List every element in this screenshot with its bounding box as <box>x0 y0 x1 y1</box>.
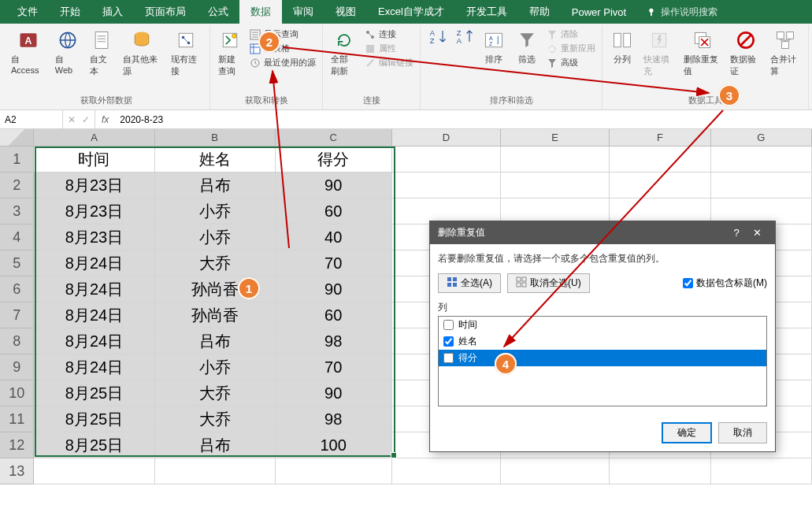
recent-sources-button[interactable]: 最近使用的源 <box>250 57 316 69</box>
cell[interactable]: 8月24日 <box>34 276 154 302</box>
has-headers-checkbox[interactable]: 数据包含标题(M) <box>683 276 767 290</box>
refresh-all-button[interactable]: 全部刷新 <box>326 27 362 79</box>
row-header[interactable]: 9 <box>0 354 34 380</box>
cell[interactable] <box>711 458 812 484</box>
formula-input[interactable]: 2020-8-23 <box>115 110 812 128</box>
row-header[interactable]: 7 <box>0 302 34 328</box>
row-header[interactable]: 5 <box>0 250 34 276</box>
fx-icon[interactable]: fx <box>95 110 115 128</box>
cell[interactable]: 8月23日 <box>34 173 154 198</box>
col-header-C[interactable]: C <box>276 129 392 146</box>
row-header[interactable]: 3 <box>0 198 34 224</box>
row-header[interactable]: 12 <box>0 432 34 458</box>
checkbox-input[interactable] <box>683 278 693 288</box>
cell[interactable]: 60 <box>276 198 392 224</box>
cell[interactable]: 70 <box>276 354 392 380</box>
cell[interactable] <box>34 458 154 484</box>
remove-duplicates-button[interactable]: 删除重复值 <box>679 27 726 79</box>
advanced-filter-button[interactable]: 高级 <box>547 57 595 69</box>
flash-fill-button[interactable]: 快速填充 <box>639 27 678 79</box>
cell[interactable]: 8月25日 <box>34 380 154 406</box>
tell-me-search[interactable]: 操作说明搜索 <box>645 6 717 19</box>
tab-数据[interactable]: 数据 <box>239 0 282 24</box>
tab-开始[interactable]: 开始 <box>49 0 91 24</box>
cell[interactable]: 大乔 <box>155 380 276 406</box>
column-list[interactable]: 时间姓名得分 <box>438 316 767 406</box>
row-header[interactable]: 1 <box>0 147 34 173</box>
cancel-icon[interactable]: ✕ <box>68 114 76 125</box>
ok-button[interactable]: 确定 <box>662 422 712 443</box>
cell[interactable] <box>155 458 276 484</box>
col-header-E[interactable]: E <box>501 129 610 146</box>
cell[interactable]: 100 <box>276 432 392 458</box>
edit-links-button[interactable]: 编辑链接 <box>365 57 413 69</box>
data-validation-button[interactable]: 数据验证 <box>725 27 765 79</box>
row-header[interactable]: 6 <box>0 276 34 302</box>
cell[interactable]: 吕布 <box>155 432 276 458</box>
cell[interactable] <box>501 147 610 173</box>
properties-button[interactable]: 属性 <box>365 43 413 54</box>
cell[interactable]: 90 <box>276 173 392 198</box>
cell[interactable]: 8月23日 <box>34 198 154 224</box>
cell[interactable]: 8月25日 <box>34 432 154 458</box>
col-header-B[interactable]: B <box>155 129 276 146</box>
column-option[interactable]: 时间 <box>439 317 766 333</box>
cancel-button[interactable]: 取消 <box>718 422 767 443</box>
cell[interactable] <box>501 458 610 484</box>
unselect-all-button[interactable]: 取消全选(U) <box>507 273 590 293</box>
cell[interactable]: 8月24日 <box>34 328 154 354</box>
col-header-G[interactable]: G <box>711 129 812 146</box>
cell[interactable]: 70 <box>276 250 392 276</box>
cell[interactable]: 小乔 <box>155 224 276 250</box>
clear-filter-button[interactable]: 清除 <box>547 28 595 40</box>
tab-文件[interactable]: 文件 <box>6 0 49 24</box>
cell[interactable] <box>392 147 501 173</box>
col-header-A[interactable]: A <box>34 129 154 146</box>
from-other-button[interactable]: 自其他来源 <box>118 27 166 79</box>
cell[interactable]: 姓名 <box>155 147 276 173</box>
from-text-button[interactable]: 自文本 <box>85 27 118 79</box>
cell[interactable]: 8月24日 <box>34 302 154 328</box>
cell[interactable]: 90 <box>276 276 392 302</box>
new-query-button[interactable]: 新建查询 <box>213 27 247 79</box>
checkbox-input[interactable] <box>443 353 454 363</box>
cell[interactable]: 8月23日 <box>34 224 154 250</box>
cell[interactable]: 40 <box>276 224 392 250</box>
from-access-button[interactable]: A 自 Access <box>6 27 50 76</box>
cell[interactable]: 8月24日 <box>34 354 154 380</box>
reapply-button[interactable]: 重新应用 <box>547 43 595 54</box>
cell[interactable] <box>501 173 610 198</box>
cell[interactable] <box>610 173 710 198</box>
from-web-button[interactable]: 自 Web <box>50 27 85 76</box>
cell[interactable]: 大乔 <box>155 250 276 276</box>
cell[interactable]: 得分 <box>276 147 392 173</box>
row-header[interactable]: 2 <box>0 173 34 198</box>
help-icon[interactable]: ? <box>726 227 747 239</box>
dialog-titlebar[interactable]: 删除重复值 ? ✕ <box>430 221 775 244</box>
cell[interactable]: 吕布 <box>155 173 276 198</box>
checkbox-input[interactable] <box>443 320 454 330</box>
tab-公式[interactable]: 公式 <box>197 0 239 24</box>
cell[interactable] <box>610 458 710 484</box>
checkbox-input[interactable] <box>443 336 454 347</box>
text-to-columns-button[interactable]: 分列 <box>606 27 639 67</box>
tab-视图[interactable]: 视图 <box>324 0 367 24</box>
select-all-corner[interactable] <box>0 129 34 146</box>
cell[interactable]: 98 <box>276 328 392 354</box>
cell[interactable]: 吕布 <box>155 328 276 354</box>
row-header[interactable]: 4 <box>0 224 34 250</box>
cell[interactable]: 8月24日 <box>34 250 154 276</box>
row-header[interactable]: 10 <box>0 380 34 406</box>
cell[interactable]: 8月25日 <box>34 406 154 432</box>
row-header[interactable]: 8 <box>0 328 34 354</box>
tab-Power Pivot[interactable]: Power Pivot <box>561 2 637 23</box>
row-header[interactable]: 11 <box>0 406 34 432</box>
cell[interactable] <box>610 147 710 173</box>
close-icon[interactable]: ✕ <box>747 227 767 239</box>
col-header-F[interactable]: F <box>610 129 710 146</box>
cell[interactable]: 98 <box>276 406 392 432</box>
cell[interactable]: 小乔 <box>155 198 276 224</box>
column-option[interactable]: 得分 <box>439 350 766 366</box>
cell[interactable] <box>392 458 501 484</box>
tab-Excel自学成才[interactable]: Excel自学成才 <box>367 0 455 24</box>
